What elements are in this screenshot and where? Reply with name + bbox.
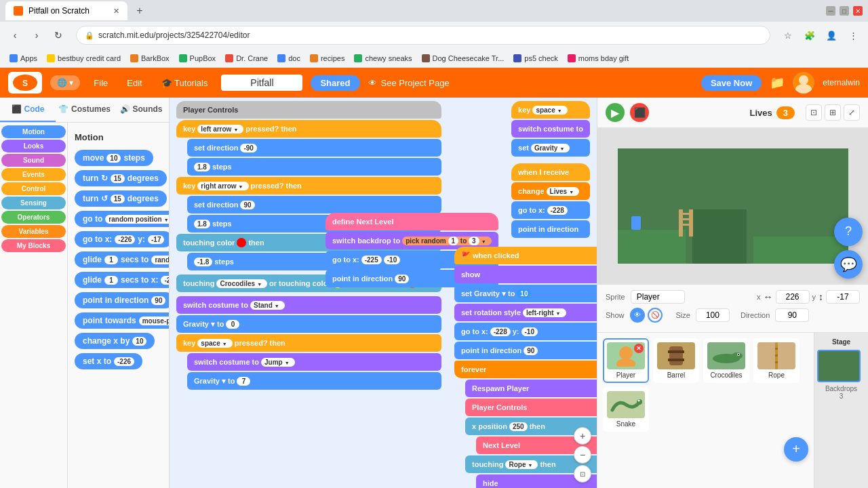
category-variables[interactable]: Variables xyxy=(1,225,66,238)
maximize-btn[interactable]: □ xyxy=(840,6,849,16)
code-area[interactable]: Player Controls key left arrow pressed? … xyxy=(170,98,597,488)
stage-fullscreen-btn[interactable]: ⤢ xyxy=(844,104,860,121)
tutorials-btn[interactable]: 🎓 Tutorials xyxy=(156,75,214,91)
direction-input[interactable] xyxy=(775,308,809,322)
bookmark-bestbuy[interactable]: bestbuy credit card xyxy=(43,53,125,64)
bookmark-favicon-barkbox xyxy=(130,54,138,62)
green-flag-btn[interactable]: ▶ xyxy=(606,103,625,122)
bookmark-pupbox[interactable]: PupBox xyxy=(175,53,220,64)
save-now-btn[interactable]: Save Now xyxy=(701,75,762,91)
add-sprite-btn[interactable]: + xyxy=(784,437,808,462)
x-label: x xyxy=(757,293,761,301)
stage-large-btn[interactable]: ⊞ xyxy=(825,104,841,121)
stop-btn[interactable]: ⬛ xyxy=(630,103,649,122)
category-sound[interactable]: Sound xyxy=(1,154,66,167)
bookmark-btn[interactable]: ☆ xyxy=(778,26,797,45)
block-point-towards[interactable]: point towards mouse-pointer xyxy=(75,312,169,329)
svg-text:S: S xyxy=(22,79,28,88)
sprite-item-player[interactable]: ✕ Player xyxy=(603,338,649,383)
block-set-gravity: set Gravity ▾ to 10 xyxy=(454,285,597,302)
stage-small-btn[interactable]: ⊡ xyxy=(806,104,822,121)
show-visible-btn[interactable]: 👁 xyxy=(630,308,645,323)
block-goto[interactable]: go to random position xyxy=(75,211,169,227)
project-name-input[interactable]: Pitfall xyxy=(221,75,302,91)
category-sensing[interactable]: Sensing xyxy=(1,197,66,209)
zoom-in-btn[interactable]: + xyxy=(574,427,591,445)
sprite-item-crocodiles[interactable]: Crocodiles xyxy=(703,338,749,383)
menu-btn[interactable]: ⋮ xyxy=(844,26,863,45)
sprite-name-input[interactable] xyxy=(631,290,685,304)
sprite-item-barrel[interactable]: Barrel xyxy=(653,338,699,383)
user-avatar[interactable] xyxy=(793,72,814,94)
tab-costumes[interactable]: 👕 Costumes xyxy=(56,98,113,122)
sprite-list-panel: ✕ Player xyxy=(597,333,868,489)
edit-menu-btn[interactable]: Edit xyxy=(121,75,147,91)
block-turn-ccw[interactable]: turn ↺ 15 degrees xyxy=(75,190,167,207)
category-operators[interactable]: Operators xyxy=(1,211,66,224)
zoom-fit-btn[interactable]: ⊡ xyxy=(574,465,591,483)
minimize-btn[interactable]: ─ xyxy=(826,6,835,16)
tab-code[interactable]: ⬛ Code xyxy=(0,98,56,122)
bookmark-apps[interactable]: Apps xyxy=(5,53,41,64)
block-turn-cw[interactable]: turn ↻ 15 degrees xyxy=(75,170,167,186)
bookmark-recipes[interactable]: recipes xyxy=(306,53,349,64)
tab-sounds[interactable]: 🔊 Sounds xyxy=(113,98,169,122)
block-set-gravity-top: set Gravity xyxy=(511,139,590,157)
bookmark-moms[interactable]: moms bday gift xyxy=(564,53,633,64)
see-project-btn[interactable]: 👁 See Project Page xyxy=(368,78,450,88)
category-motion[interactable]: Motion xyxy=(1,125,66,138)
block-move[interactable]: move 10 steps xyxy=(75,150,153,166)
sprite-thumb-crocodiles xyxy=(707,342,745,369)
block-point-dir[interactable]: point in direction 90 xyxy=(75,292,169,308)
scratch-logo[interactable]: S xyxy=(8,72,42,94)
sprite-thumb-barrel xyxy=(657,342,695,369)
block-group-top-right: key space switch costume to set Gravity … xyxy=(511,101,590,239)
bookmark-dog-cheesecake[interactable]: Dog Cheesecake Tr... xyxy=(418,53,509,64)
bookmark-chewy[interactable]: chewy sneaks xyxy=(350,53,416,64)
bookmark-drcrane[interactable]: Dr. Crane xyxy=(221,53,272,64)
size-label: Size xyxy=(676,311,690,319)
block-change-x[interactable]: change x by 10 xyxy=(75,333,155,349)
address-bar[interactable]: 🔒 scratch.mit.edu/projects/325422704/edi… xyxy=(76,26,770,45)
category-looks[interactable]: Looks xyxy=(1,140,66,152)
block-set-x[interactable]: set x to -226 xyxy=(75,353,142,369)
show-hidden-btn[interactable]: 🚫 xyxy=(648,308,663,323)
category-control[interactable]: Control xyxy=(1,182,66,195)
block-gravity-1: Gravity ▾ to 0 xyxy=(176,315,441,333)
chat-bubble-btn[interactable]: 💬 xyxy=(834,250,863,279)
forward-btn[interactable]: › xyxy=(27,26,46,45)
zoom-out-btn[interactable]: − xyxy=(574,446,591,464)
backdrops-count-label: Backdrops 3 xyxy=(817,385,865,400)
bookmark-favicon-apps xyxy=(9,54,18,62)
sprite-item-rope[interactable]: Rope xyxy=(753,338,800,383)
backdrop-thumb[interactable] xyxy=(817,350,861,382)
sprite-item-snake[interactable]: Snake xyxy=(603,387,649,432)
profile-btn[interactable]: 👤 xyxy=(822,26,841,45)
help-btn[interactable]: ? xyxy=(834,218,863,246)
tab-close-btn[interactable]: ✕ xyxy=(113,7,119,16)
extensions-btn[interactable]: 🧩 xyxy=(800,26,819,45)
reload-btn[interactable]: ↻ xyxy=(49,26,68,45)
scratch-globe-btn[interactable]: 🌐 ▾ xyxy=(50,75,80,90)
block-glide-xy[interactable]: glide 1 secs to x: -226 y: -17 xyxy=(75,272,169,288)
x-input[interactable] xyxy=(776,290,810,304)
file-menu-btn[interactable]: File xyxy=(88,75,113,91)
y-input[interactable] xyxy=(826,290,860,304)
bookmark-doc[interactable]: doc xyxy=(273,53,304,64)
size-input[interactable] xyxy=(696,308,730,322)
category-myblocks[interactable]: My Blocks xyxy=(1,239,66,252)
browser-tab[interactable]: Pitfall on Scratch ✕ xyxy=(5,1,127,20)
block-glide-random[interactable]: glide 1 secs to random position xyxy=(75,251,169,268)
bookmark-barkbox[interactable]: BarkBox xyxy=(126,53,174,64)
block-goto-xy[interactable]: go to x: -226 y: -17 xyxy=(75,231,169,247)
shared-btn[interactable]: Shared xyxy=(311,75,359,91)
new-tab-button[interactable]: + xyxy=(130,1,149,20)
back-btn[interactable]: ‹ xyxy=(5,26,24,45)
stage-area: 💬 ? xyxy=(597,128,868,284)
block-set-rotation: set rotation style left-right xyxy=(454,304,597,321)
folder-icon[interactable]: 📁 xyxy=(770,75,785,90)
bookmark-favicon-drcrane xyxy=(225,54,233,62)
category-events[interactable]: Events xyxy=(1,168,66,181)
close-window-btn[interactable]: ✕ xyxy=(853,6,863,16)
bookmark-ps5[interactable]: ps5 check xyxy=(509,53,562,64)
